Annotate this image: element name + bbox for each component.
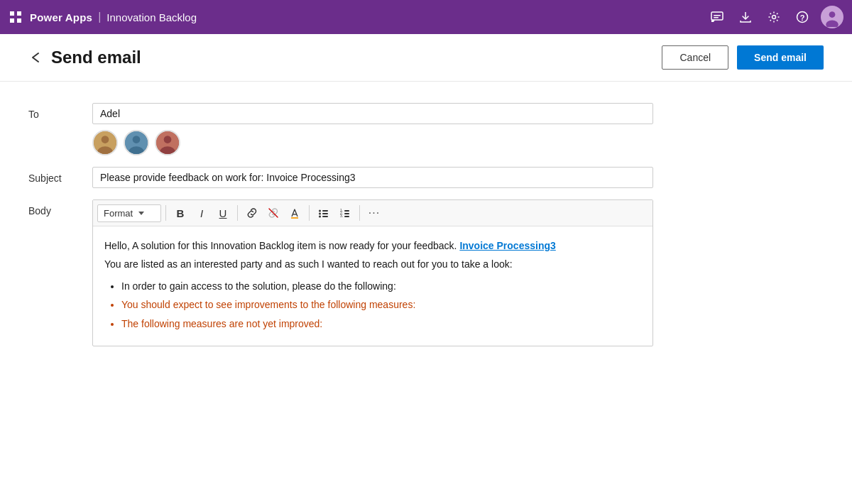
svg-point-25 bbox=[319, 216, 321, 218]
font-color-button[interactable] bbox=[285, 203, 305, 223]
bold-button[interactable]: B bbox=[170, 203, 190, 223]
svg-point-17 bbox=[133, 136, 141, 143]
svg-point-14 bbox=[102, 136, 109, 143]
brand-separator: | bbox=[98, 11, 101, 23]
subject-label: Subject bbox=[28, 167, 92, 184]
subject-control bbox=[92, 167, 653, 188]
svg-point-24 bbox=[319, 213, 321, 215]
ordered-list-button[interactable]: 1. 2. 3. bbox=[335, 203, 355, 223]
download-icon[interactable] bbox=[733, 4, 758, 30]
brand-label: Power Apps bbox=[30, 11, 92, 23]
body-control: Format B I U bbox=[92, 199, 653, 346]
more-options-button[interactable]: ··· bbox=[364, 203, 384, 223]
main-content: Send email Cancel Send email To bbox=[0, 34, 852, 504]
body-label: Body bbox=[28, 199, 92, 217]
svg-rect-34 bbox=[344, 216, 349, 217]
to-row: To bbox=[28, 103, 824, 155]
format-label: Format bbox=[104, 208, 133, 219]
svg-rect-6 bbox=[714, 17, 719, 18]
unordered-list-button[interactable] bbox=[314, 203, 334, 223]
editor-toolbar: Format B I U bbox=[93, 200, 652, 226]
body-line1-pre: Hello, A solution for this Innovation Ba… bbox=[104, 240, 459, 251]
body-editor: Format B I U bbox=[92, 199, 653, 346]
svg-rect-33 bbox=[344, 213, 349, 214]
svg-rect-3 bbox=[17, 18, 21, 23]
user-avatar[interactable] bbox=[821, 6, 843, 28]
svg-point-20 bbox=[164, 136, 172, 143]
subject-row: Subject bbox=[28, 167, 824, 188]
svg-point-11 bbox=[829, 11, 836, 18]
svg-rect-2 bbox=[10, 18, 14, 23]
format-dropdown[interactable]: Format bbox=[97, 204, 161, 222]
bullet-item-1: In order to gain access to the solution,… bbox=[121, 278, 641, 294]
body-row: Body Format B I U bbox=[28, 199, 824, 346]
unlink-button[interactable] bbox=[263, 203, 283, 223]
subject-input[interactable] bbox=[92, 167, 653, 188]
svg-rect-26 bbox=[322, 210, 328, 212]
svg-rect-32 bbox=[344, 210, 349, 212]
bullet-item-3: The following measures are not yet impro… bbox=[121, 316, 641, 332]
format-chevron-icon bbox=[138, 212, 144, 215]
svg-text:?: ? bbox=[800, 13, 805, 22]
toolbar-divider-3 bbox=[309, 205, 310, 221]
topbar-actions: ? bbox=[704, 4, 843, 30]
svg-point-7 bbox=[772, 16, 776, 19]
grid-icon[interactable] bbox=[9, 10, 23, 24]
toolbar-divider-2 bbox=[237, 205, 238, 221]
feedback-icon[interactable] bbox=[704, 4, 730, 30]
italic-button[interactable]: I bbox=[192, 203, 212, 223]
form-area: To bbox=[0, 82, 852, 504]
svg-point-23 bbox=[319, 210, 321, 212]
to-input[interactable] bbox=[92, 103, 653, 124]
svg-rect-27 bbox=[322, 213, 328, 214]
svg-text:3.: 3. bbox=[340, 214, 343, 218]
editor-body[interactable]: Hello, A solution for this Innovation Ba… bbox=[93, 226, 652, 346]
to-control bbox=[92, 103, 653, 155]
to-label: To bbox=[28, 103, 92, 120]
body-line2: You are listed as an interested party an… bbox=[104, 256, 641, 272]
body-bullet-list: In order to gain access to the solution,… bbox=[121, 278, 641, 332]
app-name-label: Innovation Backlog bbox=[106, 11, 197, 23]
svg-rect-5 bbox=[714, 15, 721, 16]
toolbar-divider-1 bbox=[165, 205, 166, 221]
toolbar-divider-4 bbox=[359, 205, 360, 221]
recipient-avatar-3[interactable] bbox=[155, 130, 180, 155]
help-icon[interactable]: ? bbox=[790, 4, 815, 30]
recipient-avatar-2[interactable] bbox=[124, 130, 149, 155]
svg-rect-1 bbox=[17, 11, 21, 16]
invoice-link[interactable]: Invoice Processing3 bbox=[459, 240, 555, 251]
body-line1: Hello, A solution for this Innovation Ba… bbox=[104, 238, 641, 253]
header-actions: Cancel Send email bbox=[662, 45, 824, 70]
bullet-item-2: You should expect to see improvements to… bbox=[121, 297, 641, 312]
svg-rect-28 bbox=[322, 216, 328, 217]
settings-icon[interactable] bbox=[761, 4, 787, 30]
page-header: Send email Cancel Send email bbox=[0, 34, 852, 82]
svg-rect-0 bbox=[10, 11, 14, 16]
svg-rect-22 bbox=[291, 217, 298, 219]
link-button[interactable] bbox=[242, 203, 262, 223]
topbar: Power Apps | Innovation Backlog bbox=[0, 0, 852, 34]
send-email-button[interactable]: Send email bbox=[737, 45, 824, 70]
cancel-button[interactable]: Cancel bbox=[662, 45, 728, 70]
underline-button[interactable]: U bbox=[213, 203, 233, 223]
recipient-avatars bbox=[92, 130, 653, 155]
recipient-avatar-1[interactable] bbox=[92, 130, 118, 155]
page-title: Send email bbox=[51, 48, 662, 67]
back-button[interactable] bbox=[28, 50, 43, 65]
